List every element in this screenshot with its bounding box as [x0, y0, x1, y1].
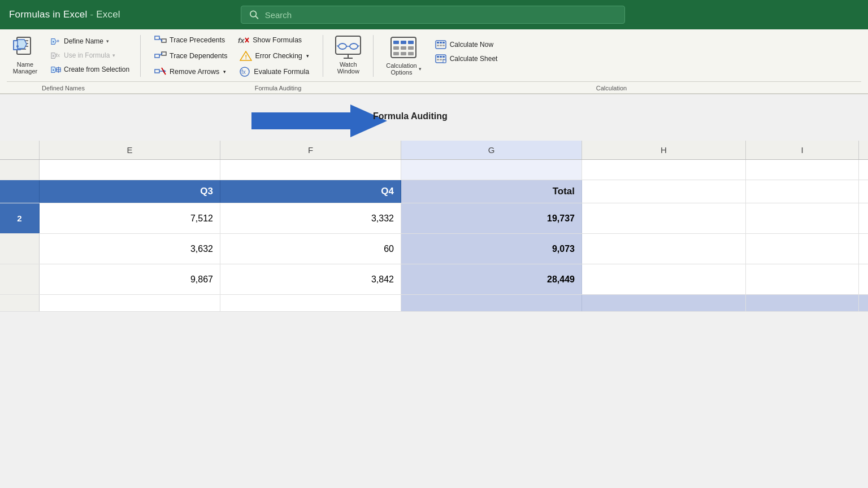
- ribbon-group-labels: Defined Names Formula Auditing Calculati…: [7, 81, 861, 93]
- define-name-label: Define Name: [64, 37, 103, 45]
- column-headers: E F G H I: [0, 141, 868, 160]
- show-formulas-button[interactable]: fx Show Formulas: [233, 33, 306, 47]
- svg-text:fx: fx: [238, 36, 245, 45]
- ribbon-row: NameManager + Define Name ▾: [7, 33, 861, 79]
- search-input[interactable]: [265, 10, 617, 20]
- error-checking-chevron: ▾: [306, 53, 309, 59]
- separator-3: [373, 35, 374, 77]
- define-name-chevron: ▾: [106, 38, 109, 44]
- data-header-row: Q3 Q4 Total: [0, 180, 868, 203]
- error-checking-button[interactable]: ! Error Checking ▾: [235, 49, 313, 63]
- svg-rect-55: [408, 46, 414, 50]
- svg-rect-51: [401, 41, 406, 44]
- col-header-g[interactable]: G: [401, 141, 582, 159]
- svg-rect-69: [442, 56, 445, 58]
- watch-window-button[interactable]: WatchWindow: [328, 33, 368, 79]
- empty-row: [0, 160, 868, 180]
- create-from-selection-button[interactable]: Create from Selection: [47, 63, 133, 76]
- create-from-selection-label: Create from Selection: [64, 66, 129, 73]
- calculation-group: CalculationOptions ▾ Calcula: [378, 33, 506, 79]
- header-i[interactable]: [746, 180, 859, 203]
- svg-rect-52: [408, 41, 414, 44]
- row4-q3[interactable]: [40, 295, 220, 311]
- row1-q4[interactable]: 3,332: [220, 203, 401, 233]
- title-bar: Formulas in Excel - Excel: [0, 0, 868, 29]
- row4-total[interactable]: [401, 295, 582, 311]
- header-total[interactable]: Total: [401, 180, 582, 203]
- defined-names-buttons: + Define Name ▾ fx Use in Formula ▾: [47, 33, 133, 76]
- search-bar[interactable]: [241, 6, 625, 24]
- svg-rect-50: [393, 41, 399, 44]
- row2-i[interactable]: [746, 234, 859, 264]
- svg-rect-57: [401, 52, 406, 55]
- trace-dependents-label: Trace Dependents: [170, 52, 227, 60]
- row2-q3[interactable]: 3,632: [40, 234, 220, 264]
- row3-q3[interactable]: 9,867: [40, 264, 220, 294]
- col-header-h[interactable]: H: [582, 141, 746, 159]
- header-q4[interactable]: Q4: [220, 180, 401, 203]
- separator-1: [140, 35, 141, 77]
- spreadsheet: E F G H I Q3 Q4 Total 2 7,512 3,332 19,7…: [0, 141, 868, 312]
- row1-h[interactable]: [582, 203, 746, 233]
- arrow-label: Formula Auditing: [373, 111, 448, 121]
- svg-rect-71: [440, 59, 442, 60]
- use-in-formula-label: Use in Formula: [64, 51, 110, 59]
- svg-rect-60: [437, 42, 439, 43]
- defined-names-group: NameManager + Define Name ▾: [7, 33, 136, 79]
- header-h[interactable]: [582, 180, 746, 203]
- svg-line-47: [337, 46, 338, 46]
- col-header-i[interactable]: I: [746, 141, 859, 159]
- row1-total[interactable]: 19,737: [401, 203, 582, 233]
- row4-q4[interactable]: [220, 295, 401, 311]
- evaluate-formula-button[interactable]: fx Evaluate Formula: [234, 64, 314, 79]
- calculation-options-icon: [389, 35, 418, 61]
- create-from-selection-icon: [51, 65, 61, 74]
- define-name-button[interactable]: + Define Name ▾: [47, 35, 133, 47]
- row3-q4[interactable]: 3,842: [220, 264, 401, 294]
- row2-total[interactable]: 9,073: [401, 234, 582, 264]
- calculate-now-label: Calculate Now: [450, 41, 493, 49]
- calculate-now-button[interactable]: Calculate Now: [431, 38, 502, 51]
- svg-text:fx: fx: [56, 53, 60, 58]
- calc-options-label: CalculationOptions: [386, 62, 416, 76]
- svg-rect-56: [393, 52, 399, 55]
- row3-i[interactable]: [746, 264, 859, 294]
- formula-auditing-group-label: Formula Auditing: [120, 83, 436, 93]
- ribbon: NameManager + Define Name ▾: [0, 29, 868, 94]
- remove-arrows-label: Remove Arrows: [170, 68, 219, 76]
- svg-rect-29: [155, 54, 159, 58]
- row3-h[interactable]: [582, 264, 746, 294]
- remove-arrows-icon: [154, 67, 167, 77]
- error-checking-icon: !: [240, 51, 252, 61]
- row4-h[interactable]: [582, 295, 746, 311]
- svg-point-44: [338, 43, 346, 49]
- remove-arrows-button[interactable]: Remove Arrows ▾: [150, 64, 231, 79]
- col-header-e[interactable]: E: [40, 141, 220, 159]
- row1-q3[interactable]: 7,512: [40, 203, 220, 233]
- svg-point-15: [53, 55, 54, 57]
- use-in-formula-icon: fx: [51, 51, 61, 60]
- trace-precedents-icon: [154, 35, 167, 45]
- svg-rect-35: [155, 69, 159, 73]
- blue-arrow-container: [251, 100, 387, 145]
- row2-h[interactable]: [582, 234, 746, 264]
- row3-total[interactable]: 28,449: [401, 264, 582, 294]
- svg-point-10: [16, 45, 19, 47]
- data-row-3: 9,867 3,842 28,449: [0, 264, 868, 295]
- calculation-options-button[interactable]: CalculationOptions ▾: [383, 34, 424, 77]
- header-q3[interactable]: Q3: [40, 180, 220, 203]
- fa-row-2: Trace Dependents ! Error Checking ▾: [150, 49, 314, 63]
- row1-i[interactable]: [746, 203, 859, 233]
- svg-rect-61: [440, 42, 442, 43]
- svg-line-48: [358, 46, 359, 46]
- row4-i[interactable]: [746, 295, 859, 311]
- row2-q4[interactable]: 60: [220, 234, 401, 264]
- data-row-1: 2 7,512 3,332 19,737: [0, 203, 868, 234]
- name-manager-button[interactable]: NameManager: [7, 33, 44, 76]
- show-formulas-label: Show Formulas: [253, 36, 302, 44]
- trace-dependents-button[interactable]: Trace Dependents: [150, 49, 232, 63]
- trace-precedents-button[interactable]: Trace Precedents: [150, 33, 229, 47]
- calculate-sheet-icon: [435, 54, 446, 63]
- calculate-sheet-button[interactable]: Calculate Sheet: [431, 53, 502, 65]
- use-in-formula-button[interactable]: fx Use in Formula ▾: [47, 49, 133, 62]
